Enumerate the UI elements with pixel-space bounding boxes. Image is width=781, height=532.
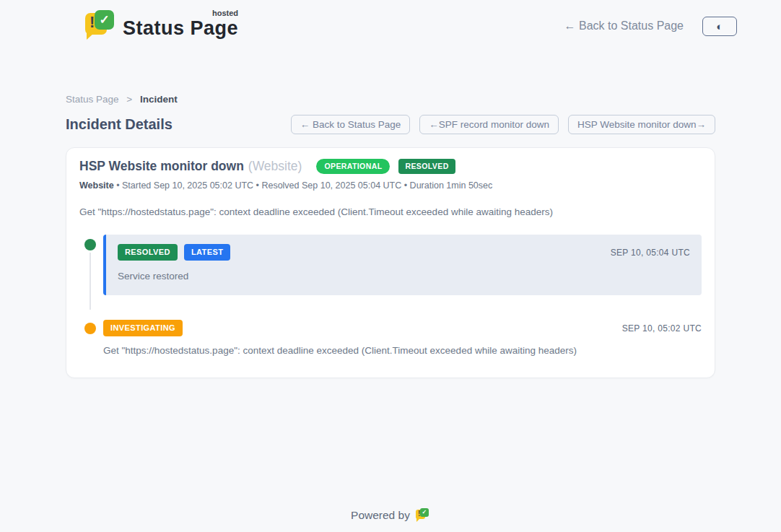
timeline-entry-content: RESOLVED LATEST SEP 10, 05:04 UTC Servic… — [103, 235, 702, 295]
brand-hosted-badge: hosted — [212, 9, 238, 17]
incident-meta-component: Website — [79, 180, 114, 191]
breadcrumb-incident: Incident — [140, 94, 178, 105]
timeline-investigating-badge: INVESTIGATING — [103, 320, 183, 336]
timeline-entry-highlighted: RESOLVED LATEST SEP 10, 05:04 UTC Servic… — [103, 235, 702, 295]
breadcrumb-status-page[interactable]: Status Page — [66, 94, 119, 105]
timeline-entry-message: Service restored — [118, 271, 690, 282]
page-title: Incident Details — [66, 116, 173, 133]
operational-status-badge: OPERATIONAL — [316, 159, 390, 174]
theme-toggle-button[interactable]: ◐ — [702, 17, 737, 36]
timeline-resolved-badge: RESOLVED — [118, 244, 178, 261]
timeline-entry-message: Get "https://hostedstatus.page": context… — [103, 345, 702, 356]
timeline-entry-head: INVESTIGATING SEP 10, 05:02 UTC — [103, 320, 702, 336]
brand-name: Status Page — [123, 17, 238, 39]
brand-text: Status Page hosted — [123, 10, 238, 40]
header-back-link[interactable]: ← Back to Status Page — [564, 19, 684, 32]
breadcrumb: Status Page > Incident — [66, 94, 715, 105]
back-to-status-page-button[interactable]: ← Back to Status Page — [291, 115, 411, 134]
resolved-state-badge: RESOLVED — [398, 159, 455, 174]
timeline-dot-orange — [84, 323, 96, 334]
timeline-entry-timestamp: SEP 10, 05:04 UTC — [611, 248, 690, 258]
incident-component: (Website) — [248, 159, 302, 174]
next-incident-button[interactable]: HSP Website monitor down→ — [568, 115, 715, 134]
incident-description: Get "https://hostedstatus.page": context… — [79, 206, 702, 217]
header: ! ✓ Status Page hosted ← Back to Status … — [66, 0, 715, 42]
timeline-entry-head: RESOLVED LATEST SEP 10, 05:04 UTC — [118, 244, 690, 261]
incident-title: HSP Website monitor down — [79, 159, 244, 174]
footer-logo-icon[interactable]: ! ✓ — [416, 508, 430, 523]
logo-check-glyph: ✓ — [99, 14, 109, 26]
incident-timeline: RESOLVED LATEST SEP 10, 05:04 UTC Servic… — [84, 235, 702, 356]
timeline-dot-green — [84, 239, 96, 250]
header-actions: ← Back to Status Page ◐ — [564, 17, 737, 36]
contrast-icon: ◐ — [716, 21, 723, 32]
incident-meta-dates: • Started Sep 10, 2025 05:02 UTC • Resol… — [114, 180, 493, 191]
logo-check-box: ✓ — [95, 10, 114, 30]
prev-incident-button[interactable]: ←SPF record monitor down — [419, 115, 559, 134]
title-row: Incident Details ← Back to Status Page ←… — [66, 115, 715, 134]
brand-logo[interactable]: ! ✓ Status Page hosted — [85, 10, 238, 42]
timeline-item-resolved: RESOLVED LATEST SEP 10, 05:04 UTC Servic… — [84, 235, 702, 295]
incident-nav-buttons: ← Back to Status Page ←SPF record monito… — [291, 115, 715, 134]
timeline-item-investigating: INVESTIGATING SEP 10, 05:02 UTC Get "htt… — [84, 318, 702, 356]
footer-logo-check-glyph: ✓ — [422, 510, 427, 515]
incident-meta: Website • Started Sep 10, 2025 05:02 UTC… — [79, 180, 702, 191]
footer: Powered by ! ✓ © 2025-10-08 14:10:34.772… — [66, 508, 715, 532]
powered-by: Powered by ! ✓ — [351, 508, 430, 523]
breadcrumb-separator: > — [126, 94, 132, 105]
incident-card: HSP Website monitor down (Website) OPERA… — [66, 147, 715, 378]
timeline-latest-badge: LATEST — [184, 244, 230, 261]
status-page-logo-icon: ! ✓ — [85, 10, 115, 42]
timeline-entry-timestamp: SEP 10, 05:02 UTC — [622, 323, 702, 333]
powered-by-label: Powered by — [351, 509, 410, 522]
incident-card-header: HSP Website monitor down (Website) OPERA… — [79, 159, 702, 174]
timeline-entry-content: INVESTIGATING SEP 10, 05:02 UTC Get "htt… — [103, 318, 702, 356]
footer-logo-check-box: ✓ — [420, 508, 429, 517]
